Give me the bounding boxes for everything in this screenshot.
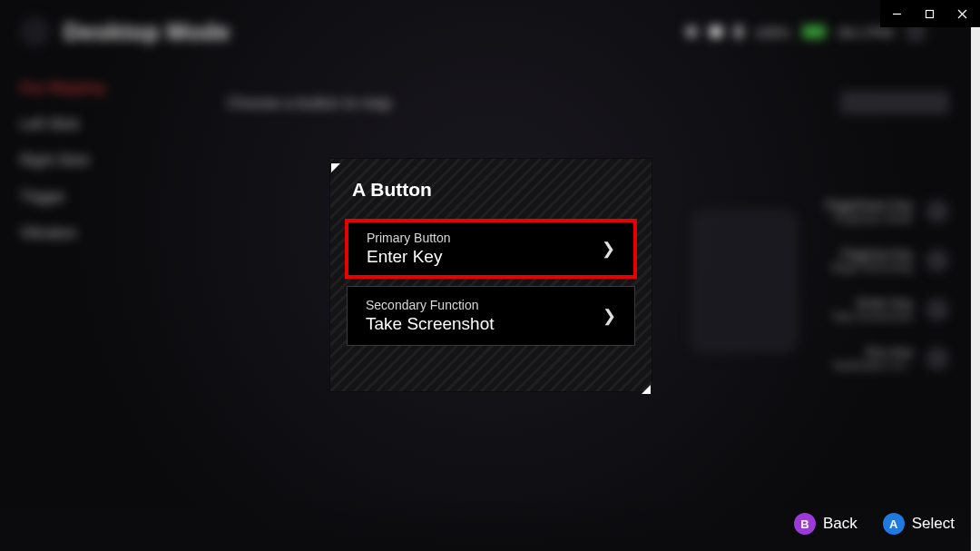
legend-select[interactable]: A Select [883,513,955,535]
app-logo-icon [20,16,51,47]
row-value: Take Screenshot [366,314,495,334]
battery-icon [802,25,826,38]
maximize-button[interactable] [913,0,946,27]
legend-select-label: Select [912,515,955,533]
mapping-summary-row: Enter KeyTake Screenshot [825,296,949,323]
secondary-function-row[interactable]: Secondary Function Take Screenshot ❯ [347,286,635,346]
sidebar-item-right-stick[interactable]: Right Stick [20,153,104,169]
corner-icon [331,160,340,169]
b-button-icon: B [794,513,816,535]
app-viewport: Desktop Mode 100% 06:17PM Key Mapping Le… [0,0,980,551]
sidebar-item-trigger[interactable]: Trigger [20,189,104,205]
window-titlebar [880,0,980,27]
svg-marker-0 [331,163,340,172]
button-config-modal: A Button Primary Button Enter Key ❯ Seco… [329,158,652,392]
row-label: Primary Button [367,231,451,245]
svg-rect-3 [926,10,933,17]
controller-illustration [690,209,799,354]
status-icon [686,26,697,37]
row-value: Enter Key [367,247,451,267]
sidebar: Key Mapping Left Stick Right Stick Trigg… [20,80,104,241]
mapping-summary-list: PageDown KeyProjection Mode PageUp KeyBe… [825,198,949,372]
sidebar-item-key-mapping[interactable]: Key Mapping [20,80,104,96]
minimize-button[interactable] [880,0,913,27]
app-title: Desktop Mode [64,18,230,46]
reset-to-default-button[interactable] [840,91,949,114]
mapping-summary-row: Esc KeyNotification Ce... [825,345,949,372]
sidebar-item-vibration[interactable]: Vibration [20,225,104,241]
window-scrollbar[interactable] [971,0,980,551]
legend-back[interactable]: B Back [794,513,858,535]
svg-marker-1 [642,385,651,394]
footer-legend: B Back A Select [794,513,955,535]
button-glyph-icon [926,347,949,370]
button-glyph-icon [926,298,949,321]
button-glyph-icon [926,200,949,223]
legend-back-label: Back [823,515,858,533]
mapping-summary-row: PageDown KeyProjection Mode [825,198,949,225]
bluetooth-icon [735,25,742,38]
row-label: Secondary Function [366,298,495,312]
chevron-right-icon: ❯ [602,239,615,259]
a-button-icon: A [883,513,905,535]
corner-icon [642,381,651,390]
modal-title: A Button [330,159,652,213]
button-glyph-icon [926,249,949,272]
primary-button-row[interactable]: Primary Button Enter Key ❯ [345,219,637,279]
wifi-icon [710,26,722,37]
battery-percent: 100% [755,25,789,40]
chevron-right-icon: ❯ [603,306,616,326]
page-subtitle: Choose a button to map [227,94,391,113]
close-button[interactable] [946,0,978,27]
sidebar-item-left-stick[interactable]: Left Stick [20,116,104,133]
mapping-summary-row: PageUp KeyBegin Recording [825,247,949,274]
app-header: Desktop Mode [20,16,230,47]
